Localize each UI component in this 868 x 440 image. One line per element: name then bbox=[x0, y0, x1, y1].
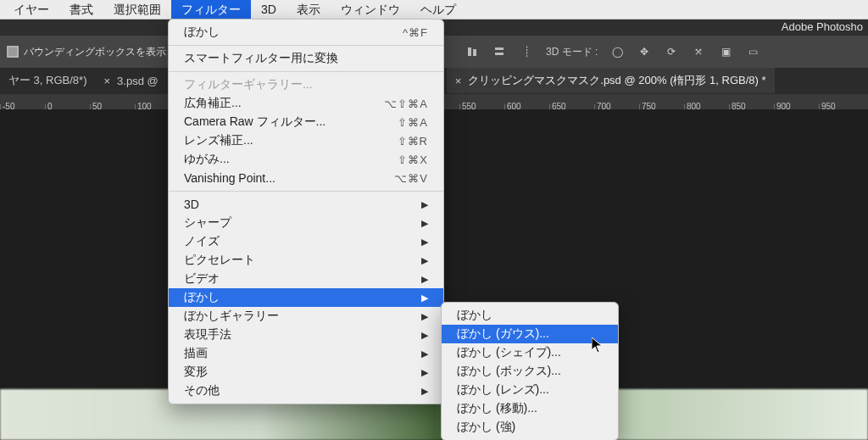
ruler-mark: 950 bbox=[819, 104, 864, 109]
filter-convert-smart[interactable]: スマートフィルター用に変換 bbox=[169, 49, 443, 68]
filter-wide-angle-label: 広角補正... bbox=[184, 96, 242, 111]
blur-motion[interactable]: ぼかし (移動)... bbox=[442, 399, 618, 418]
menu-help[interactable]: ヘルプ bbox=[410, 0, 466, 19]
svg-rect-4 bbox=[495, 53, 504, 55]
chevron-right-icon: ▶ bbox=[421, 255, 428, 266]
menu-view[interactable]: 表示 bbox=[287, 0, 331, 19]
filter-sketch-submenu[interactable]: 描画 ▶ bbox=[169, 344, 443, 363]
menu-layer[interactable]: イヤー bbox=[3, 0, 59, 19]
doc-tab-1[interactable]: ヤー 3, RGB/8*) bbox=[0, 68, 95, 93]
ruler-mark: 550 bbox=[459, 104, 504, 109]
filter-lens-correction-label: レンズ補正... bbox=[184, 133, 253, 148]
svg-rect-3 bbox=[495, 47, 504, 50]
filter-sharpen-submenu[interactable]: シャープ ▶ bbox=[169, 214, 443, 232]
blur-box[interactable]: ぼかし (ボックス)... bbox=[442, 362, 618, 381]
filter-video-submenu[interactable]: ビデオ ▶ bbox=[169, 270, 443, 288]
align-icon-2[interactable] bbox=[492, 44, 507, 59]
filter-liquify-label: ゆがみ... bbox=[184, 152, 230, 167]
3d-slide-icon[interactable]: ▣ bbox=[718, 44, 733, 59]
ruler-mark: 650 bbox=[549, 104, 594, 109]
ruler-mark: -50 bbox=[0, 104, 45, 109]
3d-camera-icon[interactable]: ▭ bbox=[745, 44, 760, 59]
chevron-right-icon: ▶ bbox=[421, 199, 428, 210]
filter-lens-correction[interactable]: レンズ補正... ⇧⌘R bbox=[169, 131, 443, 150]
chevron-right-icon: ▶ bbox=[421, 274, 428, 285]
doc-tab-3[interactable]: × クリッピングマスクマスク.psd @ 200% (楕円形 1, RGB/8)… bbox=[447, 68, 775, 93]
menu-filter[interactable]: フィルター bbox=[171, 0, 251, 19]
chevron-right-icon: ▶ bbox=[421, 292, 428, 304]
shortcut-text: ⌥⌘V bbox=[394, 172, 428, 185]
ruler-mark: 800 bbox=[684, 104, 729, 109]
options-show-bounding-label: バウンディングボックスを表示 bbox=[24, 45, 166, 59]
menu-3d[interactable]: 3D bbox=[251, 0, 287, 19]
ruler-mark: 700 bbox=[594, 104, 639, 109]
filter-other-submenu[interactable]: その他 ▶ bbox=[169, 382, 443, 400]
filter-blur-gallery-label: ぼかしギャラリー bbox=[184, 309, 279, 324]
blur-lens[interactable]: ぼかし (レンズ)... bbox=[442, 381, 618, 399]
filter-distort-label: 変形 bbox=[184, 365, 208, 380]
filter-wide-angle[interactable]: 広角補正... ⌥⇧⌘A bbox=[169, 94, 443, 113]
blur-submenu: ぼかし ぼかし (ガウス)... ぼかし (シェイプ)... ぼかし (ボックス… bbox=[441, 302, 619, 440]
app-title: Adobe Photosho bbox=[782, 20, 863, 33]
close-icon[interactable]: × bbox=[455, 75, 462, 87]
shortcut-text: ⌥⇧⌘A bbox=[384, 97, 428, 110]
filter-noise-submenu[interactable]: ノイズ ▶ bbox=[169, 232, 443, 251]
menu-window[interactable]: ウィンドウ bbox=[331, 0, 410, 19]
filter-blur-submenu[interactable]: ぼかし ▶ bbox=[169, 288, 443, 307]
close-icon[interactable]: × bbox=[103, 75, 110, 87]
blur-box-label: ぼかし (ボックス)... bbox=[457, 364, 561, 379]
menu-type[interactable]: 書式 bbox=[59, 0, 103, 19]
filter-3d-submenu[interactable]: 3D ▶ bbox=[169, 195, 443, 214]
filter-camera-raw-label: Camera Raw フィルター... bbox=[184, 114, 326, 130]
filter-blur-gallery-submenu[interactable]: ぼかしギャラリー ▶ bbox=[169, 307, 443, 326]
chevron-right-icon: ▶ bbox=[421, 367, 428, 378]
3d-scale-icon[interactable]: ⤧ bbox=[691, 44, 706, 59]
filter-pixelate-submenu[interactable]: ピクセレート ▶ bbox=[169, 251, 443, 270]
doc-tab-1-label: ヤー 3, RGB/8*) bbox=[8, 73, 86, 88]
filter-liquify[interactable]: ゆがみ... ⇧⌘X bbox=[169, 150, 443, 169]
chevron-right-icon: ▶ bbox=[421, 386, 428, 397]
filter-camera-raw[interactable]: Camera Raw フィルター... ⇧⌘A bbox=[169, 113, 443, 131]
blur-lens-label: ぼかし (レンズ)... bbox=[457, 382, 549, 398]
filter-last-label: ぼかし bbox=[184, 25, 220, 40]
filter-distort-submenu[interactable]: 変形 ▶ bbox=[169, 363, 443, 382]
menu-separator bbox=[169, 45, 443, 46]
shortcut-text: ⇧⌘A bbox=[398, 116, 428, 129]
options-show-bounding[interactable]: バウンディングボックスを表示 bbox=[7, 45, 166, 59]
bounding-box-icon bbox=[7, 46, 19, 58]
chevron-right-icon: ▶ bbox=[421, 237, 428, 248]
menu-select[interactable]: 選択範囲 bbox=[103, 0, 171, 19]
ruler-mark: 0 bbox=[45, 104, 90, 109]
blur-blur[interactable]: ぼかし bbox=[442, 306, 618, 325]
doc-tab-2-label: 3.psd @ bbox=[117, 75, 159, 87]
blur-more[interactable]: ぼかし (強) bbox=[442, 418, 618, 437]
3d-mode-label: 3D モード : bbox=[546, 45, 598, 59]
ruler-mark: 850 bbox=[729, 104, 774, 109]
filter-video-label: ビデオ bbox=[184, 271, 220, 287]
blur-more-label: ぼかし (強) bbox=[457, 420, 515, 435]
3d-orbit-icon[interactable]: ◯ bbox=[609, 44, 625, 59]
ruler-mark: 750 bbox=[639, 104, 684, 109]
align-icon-1[interactable] bbox=[465, 44, 480, 59]
doc-tab-2[interactable]: × 3.psd @ bbox=[95, 68, 166, 93]
filter-last[interactable]: ぼかし ^⌘F bbox=[169, 23, 443, 42]
filter-3d-label: 3D bbox=[184, 198, 199, 211]
filter-gallery[interactable]: フィルターギャラリー... bbox=[169, 75, 443, 94]
filter-sketch-label: 描画 bbox=[184, 346, 208, 361]
3d-pan-icon[interactable]: ✥ bbox=[637, 44, 652, 59]
blur-blur-label: ぼかし bbox=[457, 308, 492, 323]
chevron-right-icon: ▶ bbox=[421, 311, 428, 322]
filter-render-submenu[interactable]: 表現手法 ▶ bbox=[169, 326, 443, 344]
filter-vanishing-point[interactable]: Vanishing Point... ⌥⌘V bbox=[169, 169, 443, 187]
svg-rect-0 bbox=[8, 47, 18, 57]
doc-tab-3-label: クリッピングマスクマスク.psd @ 200% (楕円形 1, RGB/8) * bbox=[468, 73, 765, 88]
chevron-right-icon: ▶ bbox=[421, 348, 428, 359]
shortcut-text: ⇧⌘R bbox=[398, 135, 428, 148]
cursor-icon bbox=[592, 337, 605, 354]
ruler-mark: 600 bbox=[504, 104, 549, 109]
svg-rect-1 bbox=[468, 47, 471, 56]
filter-render-label: 表現手法 bbox=[184, 327, 231, 343]
filter-other-label: その他 bbox=[184, 383, 220, 398]
3d-roll-icon[interactable]: ⟳ bbox=[664, 44, 679, 59]
filter-blur-label: ぼかし bbox=[184, 290, 220, 305]
